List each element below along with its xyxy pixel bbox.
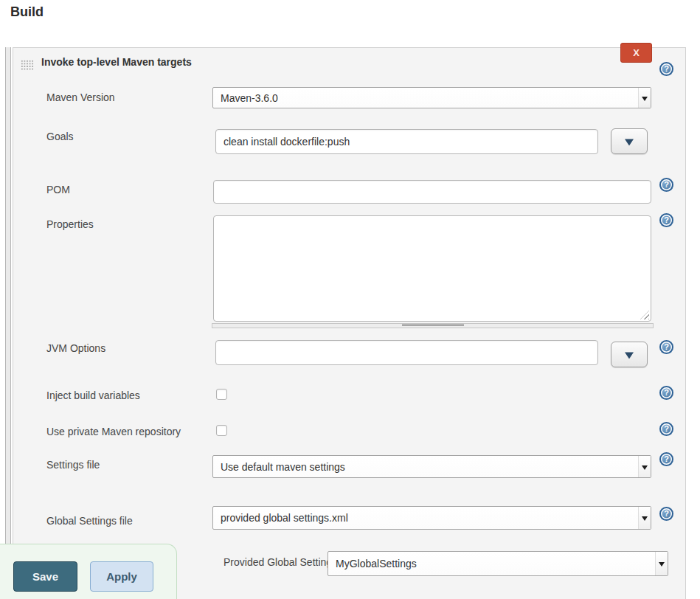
save-button[interactable]: Save [13, 561, 77, 592]
goals-expand-button[interactable] [611, 128, 648, 154]
use-private-maven-repository-checkbox[interactable] [216, 425, 227, 436]
jvm-options-input[interactable] [215, 340, 598, 365]
settings-file-value: Use default maven settings [221, 461, 345, 473]
provided-global-settings-value: MyGlobalSettings [336, 558, 417, 569]
apply-button[interactable]: Apply [90, 561, 153, 592]
bottom-action-bar: Save Apply [0, 544, 177, 599]
step-title: Invoke top-level Maven targets [41, 56, 192, 68]
use-private-maven-repository-label: Use private Maven repository [46, 426, 181, 437]
provided-global-settings-label: Provided Global Settings [223, 556, 337, 568]
maven-version-label: Maven Version [46, 91, 115, 103]
select-arrow-icon [638, 456, 651, 477]
select-arrow-icon [638, 88, 651, 108]
delete-step-button[interactable]: X [620, 43, 652, 63]
select-arrow-icon [638, 507, 651, 529]
inject-build-variables-label: Inject build variables [46, 389, 140, 401]
help-icon-pom[interactable]: ? [659, 178, 673, 192]
maven-version-value: Maven-3.6.0 [221, 92, 278, 104]
step-list-track [5, 47, 11, 599]
inject-build-variables-checkbox[interactable] [216, 389, 227, 400]
dropdown-arrow-icon [625, 352, 634, 359]
help-icon-inject-build-variables[interactable]: ? [659, 386, 673, 400]
global-settings-file-select[interactable]: provided global settings.xml [212, 506, 651, 530]
global-settings-file-value: provided global settings.xml [221, 512, 348, 524]
properties-label: Properties [46, 218, 94, 230]
dropdown-arrow-icon [625, 139, 634, 145]
help-icon-settings-file[interactable]: ? [659, 452, 673, 466]
select-arrow-icon [655, 552, 668, 575]
jvm-options-label: JVM Options [46, 342, 105, 354]
help-icon-global-settings-file[interactable]: ? [659, 507, 673, 521]
jvm-options-expand-button[interactable] [611, 342, 648, 367]
build-step-panel: Invoke top-level Maven targets X ? Maven… [13, 47, 686, 599]
maven-version-select[interactable]: Maven-3.6.0 [212, 87, 651, 108]
page-title: Build [10, 4, 44, 20]
settings-file-select[interactable]: Use default maven settings [212, 455, 651, 478]
provided-global-settings-select[interactable]: MyGlobalSettings [328, 551, 668, 576]
properties-textarea[interactable] [213, 215, 651, 322]
drag-handle-icon[interactable] [21, 60, 34, 71]
goals-label: Goals [46, 131, 74, 142]
global-settings-file-label: Global Settings file [46, 515, 133, 527]
textarea-drag-bar[interactable] [212, 323, 654, 328]
help-icon-properties[interactable]: ? [659, 213, 673, 227]
pom-label: POM [46, 184, 70, 195]
help-icon-use-private-maven-repository[interactable]: ? [659, 422, 673, 436]
help-icon-step[interactable]: ? [659, 62, 673, 76]
goals-input[interactable] [215, 129, 598, 154]
pom-input[interactable] [213, 180, 651, 204]
help-icon-jvm-options[interactable]: ? [659, 340, 673, 354]
settings-file-label: Settings file [46, 459, 100, 471]
